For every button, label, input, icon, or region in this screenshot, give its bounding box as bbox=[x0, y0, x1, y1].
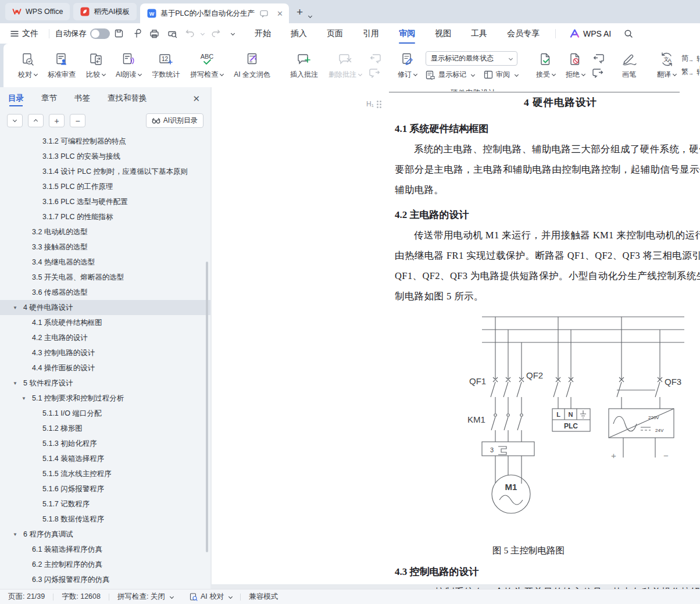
toc-item[interactable]: 5.1.8 数据传送程序 bbox=[0, 512, 210, 527]
restrict-editing-button[interactable]: 限制编辑 bbox=[687, 46, 700, 74]
menu-membership[interactable]: 会员专享 bbox=[497, 25, 549, 42]
ink-pen-button[interactable]: 画笔 bbox=[616, 46, 642, 85]
sidebar-tab-contents[interactable]: 目录 bbox=[8, 93, 24, 109]
show-markup-button[interactable]: 显示标记 bbox=[426, 70, 474, 80]
toc-item[interactable]: 4.3 控制电路的设计 bbox=[0, 345, 210, 360]
track-changes-button[interactable]: 修订 bbox=[392, 46, 422, 85]
menu-home[interactable]: 开始 bbox=[245, 25, 281, 42]
toc-item[interactable]: 4.2 主电路的设计 bbox=[0, 330, 210, 345]
next-comment-icon[interactable] bbox=[369, 68, 381, 78]
toc-expand-arrow-icon[interactable]: ▼ bbox=[13, 381, 23, 386]
toc-item[interactable]: 3.3 接触器的选型 bbox=[0, 240, 210, 255]
menu-reference[interactable]: 引用 bbox=[353, 25, 389, 42]
tab-document-active[interactable]: W 基于PLC的小型自动化分生产 ✕ bbox=[140, 3, 289, 23]
redo-icon[interactable] bbox=[211, 30, 220, 38]
tab-docer-templates[interactable]: 稻壳AI模板 bbox=[73, 3, 137, 20]
sidebar-close-icon[interactable]: ✕ bbox=[192, 94, 200, 109]
markup-display-mode-select[interactable]: 显示标记的最终状态 bbox=[426, 51, 517, 66]
toc-item[interactable]: ▼5.1 控制要求和控制过程分析 bbox=[0, 391, 210, 406]
sidebar-scrollbar[interactable] bbox=[206, 262, 208, 552]
previous-change-icon[interactable] bbox=[592, 53, 604, 63]
quick-access-chevron-icon[interactable] bbox=[231, 31, 235, 35]
toc-item[interactable]: 5.1.4 装箱选择程序 bbox=[0, 451, 210, 466]
menu-review[interactable]: 审阅 bbox=[389, 25, 425, 42]
toc-item[interactable]: ▼5 软件程序设计 bbox=[0, 376, 210, 391]
menu-page[interactable]: 页面 bbox=[317, 25, 353, 42]
spell-check-status[interactable]: 拼写检查: 关闭 bbox=[109, 592, 181, 602]
menu-insert[interactable]: 插入 bbox=[281, 25, 317, 42]
undo-icon[interactable] bbox=[185, 30, 195, 38]
accept-change-button[interactable]: 接受 bbox=[531, 46, 560, 85]
tab-wps-office[interactable]: WPS Office bbox=[5, 3, 70, 20]
toc-item[interactable]: 3.1.5 PLC 的工作原理 bbox=[0, 179, 210, 194]
toc-item[interactable]: 3.1.3 PLC 的安装与接线 bbox=[0, 149, 210, 164]
reject-change-button[interactable]: 拒绝 bbox=[560, 46, 590, 85]
word-count-indicator[interactable]: 字数: 12608 bbox=[53, 592, 109, 602]
menu-view[interactable]: 视图 bbox=[425, 25, 461, 42]
toc-item[interactable]: 3.4 热继电器的选型 bbox=[0, 255, 210, 270]
tab-close-icon[interactable]: ✕ bbox=[276, 9, 284, 18]
proofread-button[interactable]: 校对 bbox=[13, 46, 42, 85]
toc-expand-button[interactable]: + bbox=[49, 114, 65, 127]
toc-next-button[interactable] bbox=[7, 114, 23, 127]
toc-item[interactable]: ▼6 程序仿真调试 bbox=[0, 527, 210, 542]
toc-item[interactable]: 5.1.7 记数程序 bbox=[0, 496, 210, 512]
circuit-figure[interactable]: QF1 QF2 QF3 KM1 M1 L N PLC 3 220V 24V + bbox=[463, 311, 700, 539]
heading-level-marker[interactable]: H₁ bbox=[366, 100, 381, 108]
toc-item[interactable]: 6.1 装箱选择程序仿真 bbox=[0, 542, 210, 557]
toc-item[interactable]: 3.1.7 PLC 的性能指标 bbox=[0, 209, 210, 224]
insert-comment-button[interactable]: 插入批注 bbox=[285, 46, 323, 85]
ai-proofread-status[interactable]: AI 校对 bbox=[181, 592, 240, 602]
toc-item[interactable]: 3.5 开关电器、熔断器的选型 bbox=[0, 270, 210, 285]
translate-button[interactable]: 文A 翻译 bbox=[652, 46, 681, 85]
toc-expand-arrow-icon[interactable]: ▼ bbox=[22, 396, 32, 401]
next-change-icon[interactable] bbox=[592, 68, 604, 78]
print-icon[interactable] bbox=[149, 29, 159, 38]
search-icon[interactable] bbox=[624, 29, 633, 38]
toc-item[interactable]: 3.2 电动机的选型 bbox=[0, 224, 210, 240]
toc-item[interactable]: 5.1.2 梯形图 bbox=[0, 421, 210, 436]
new-tab-button[interactable]: + bbox=[297, 6, 303, 19]
sidebar-tab-chapters[interactable]: 章节 bbox=[41, 93, 57, 109]
toc-previous-button[interactable] bbox=[28, 114, 44, 127]
toc-item[interactable]: 6.2 主控制程序的仿真 bbox=[0, 557, 210, 572]
ai-recognize-toc-button[interactable]: AI识别目录 bbox=[146, 113, 203, 128]
toc-expand-arrow-icon[interactable]: ▼ bbox=[13, 305, 23, 310]
sidebar-tab-bookmarks[interactable]: 书签 bbox=[74, 93, 90, 109]
previous-comment-icon[interactable] bbox=[369, 53, 381, 63]
menu-tools[interactable]: 工具 bbox=[461, 25, 497, 42]
compare-button[interactable]: 比较 bbox=[81, 46, 110, 85]
document-page[interactable]: 硬件电路设计 H₁ 4 硬件电路设计 4.1 系统硬件结构框图 系统的主电路、控… bbox=[212, 87, 700, 584]
toc-item[interactable]: 3.6 传感器的选型 bbox=[0, 285, 210, 300]
autosave-toggle[interactable] bbox=[90, 28, 110, 39]
comment-bubble-icon[interactable] bbox=[260, 10, 268, 17]
word-count-button[interactable]: 12 字数统计 bbox=[147, 46, 185, 85]
toc-item[interactable]: ▼4 硬件电路设计 bbox=[0, 300, 210, 315]
toc-item[interactable]: 4.1 系统硬件结构框图 bbox=[0, 315, 210, 330]
toc-item[interactable]: 3.1.6 PLC 选型与硬件配置 bbox=[0, 194, 210, 209]
sidebar-tab-find-replace[interactable]: 查找和替换 bbox=[108, 93, 147, 109]
print-preview-icon[interactable] bbox=[167, 29, 177, 38]
ai-polish-button[interactable]: AI 全文润色 bbox=[228, 46, 276, 85]
toc-expand-arrow-icon[interactable]: ▼ bbox=[13, 532, 23, 537]
spell-check-button[interactable]: ABC 拼写检查 bbox=[185, 46, 228, 85]
standard-review-button[interactable]: 标准审查 bbox=[42, 46, 81, 85]
toc-item[interactable]: 5.1.3 初始化程序 bbox=[0, 436, 210, 451]
toc-item[interactable]: 4.4 操作面板的设计 bbox=[0, 360, 210, 376]
toc-item[interactable]: 3.1.2 可编程控制器的特点 bbox=[0, 134, 210, 149]
ai-read-aloud-button[interactable]: AI朗读 bbox=[110, 46, 147, 85]
toc-item[interactable]: 5.1.1 I/O 端口分配 bbox=[0, 406, 210, 421]
undo-history-chevron-icon[interactable] bbox=[201, 31, 205, 35]
toc-item[interactable]: 6.3 闪烁报警程序的仿真 bbox=[0, 572, 210, 583]
share-icon[interactable] bbox=[132, 28, 141, 38]
toc-item[interactable]: 5.1.6 闪烁报警程序 bbox=[0, 481, 210, 496]
file-menu-button[interactable]: 文件 bbox=[6, 28, 43, 39]
toc-item[interactable]: 5.1.5 流水线主控程序 bbox=[0, 466, 210, 481]
save-icon[interactable] bbox=[114, 28, 124, 38]
page-indicator[interactable]: 页面: 21/39 bbox=[8, 592, 53, 602]
toc-item[interactable]: 3.1.4 设计 PLC 控制时，应遵循以下基本原则 bbox=[0, 164, 210, 179]
drag-handle-icon[interactable] bbox=[377, 101, 381, 108]
delete-comment-button[interactable]: 删除批注 bbox=[323, 46, 367, 85]
review-pane-button[interactable]: 审阅 bbox=[484, 70, 518, 80]
tab-list-chevron-icon[interactable] bbox=[308, 14, 312, 18]
